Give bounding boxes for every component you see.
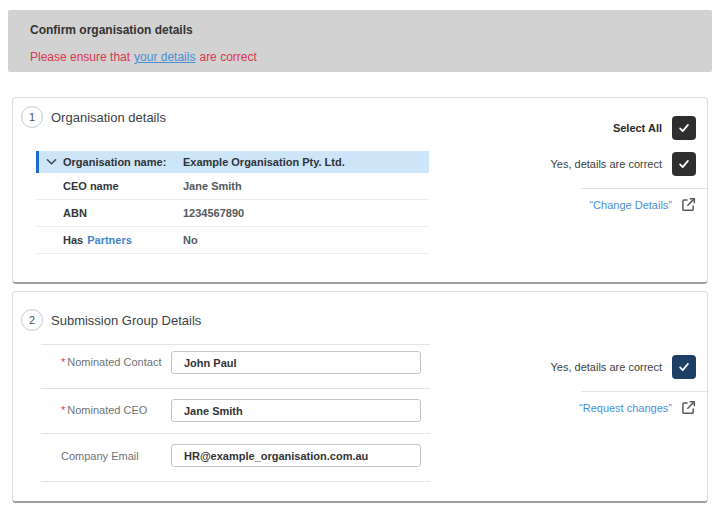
divider — [581, 188, 709, 189]
select-all-label: Select All — [613, 122, 662, 134]
banner-title: Confirm organisation details — [30, 23, 193, 37]
checkmark-icon — [677, 157, 691, 171]
request-changes-row: “Request changes” — [579, 400, 696, 415]
organisation-table: Organisation name: Example Organisation … — [36, 151, 429, 254]
row-value: Example Organisation Pty. Ltd. — [183, 156, 345, 168]
external-link-icon[interactable] — [681, 400, 696, 415]
required-asterisk: * — [61, 404, 65, 416]
table-row-has-partners: HasPartners No — [36, 227, 429, 254]
company-email-input[interactable] — [171, 444, 421, 467]
row-label: ABN — [63, 207, 183, 219]
details-correct-checkbox[interactable] — [672, 152, 696, 176]
table-row-abn: ABN 1234567890 — [36, 200, 429, 227]
nominated-contact-input[interactable] — [171, 351, 421, 374]
warning-text-suffix: are correct — [199, 50, 256, 64]
your-details-link[interactable]: your details — [134, 50, 195, 64]
warning-text-prefix: Please ensure that — [30, 50, 130, 64]
label-text: Nominated CEO — [67, 404, 147, 416]
row-value: Jane Smith — [183, 180, 242, 192]
details-correct-label: Yes, details are correct — [551, 361, 662, 373]
details-correct-label: Yes, details are correct — [551, 158, 662, 170]
row-label: HasPartners — [63, 234, 183, 246]
organisation-details-card: 1 Organisation details Select All Yes, d… — [12, 97, 708, 284]
confirmation-banner: Confirm organisation details Please ensu… — [8, 10, 712, 72]
chevron-down-icon[interactable] — [39, 158, 63, 166]
nominated-contact-label: *Nominated Contact — [61, 356, 161, 368]
row-label-prefix: Has — [63, 234, 83, 246]
divider — [41, 433, 430, 434]
details-correct-checkbox[interactable] — [672, 355, 696, 379]
select-all-row: Select All — [613, 116, 696, 140]
change-details-link[interactable]: “Change Details” — [589, 199, 672, 211]
step-number-badge: 1 — [21, 106, 43, 128]
external-link-icon[interactable] — [681, 197, 696, 212]
details-correct-row: Yes, details are correct — [551, 152, 696, 176]
divider — [41, 344, 430, 345]
submission-group-card: 2 Submission Group Details *Nominated Co… — [12, 291, 708, 503]
row-label: Organisation name: — [63, 156, 183, 168]
checkmark-icon — [677, 360, 691, 374]
divider — [41, 481, 430, 482]
change-details-row: “Change Details” — [589, 197, 696, 212]
divider — [41, 388, 430, 389]
select-all-checkbox[interactable] — [672, 116, 696, 140]
table-row-organisation-name[interactable]: Organisation name: Example Organisation … — [36, 151, 429, 173]
row-label: CEO name — [63, 180, 183, 192]
label-text: Company Email — [61, 450, 139, 462]
row-value: 1234567890 — [183, 207, 244, 219]
section-title: Submission Group Details — [51, 313, 201, 328]
details-correct-row: Yes, details are correct — [551, 355, 696, 379]
step-number-badge: 2 — [21, 309, 43, 331]
section-title: Organisation details — [51, 110, 166, 125]
table-row-ceo-name: CEO name Jane Smith — [36, 173, 429, 200]
nominated-ceo-input[interactable] — [171, 399, 421, 422]
row-value: No — [183, 234, 198, 246]
label-text: Nominated Contact — [67, 356, 161, 368]
banner-warning: Please ensure that your details are corr… — [30, 50, 257, 64]
nominated-ceo-label: *Nominated CEO — [61, 404, 147, 416]
request-changes-link[interactable]: “Request changes” — [579, 402, 672, 414]
checkmark-icon — [677, 121, 691, 135]
required-asterisk: * — [61, 356, 65, 368]
company-email-label: Company Email — [61, 450, 139, 462]
partners-link[interactable]: Partners — [87, 234, 132, 246]
divider — [581, 391, 709, 392]
